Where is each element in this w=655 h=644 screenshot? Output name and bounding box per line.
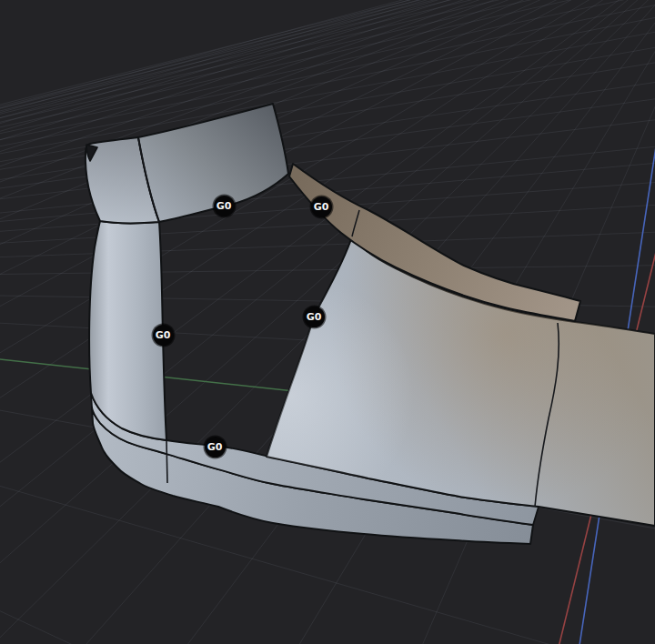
- continuity-badge[interactable]: G0: [205, 437, 226, 458]
- sole-band-seam-edge: [166, 440, 167, 483]
- continuity-badge[interactable]: G0: [153, 325, 174, 346]
- continuity-badge[interactable]: G0: [311, 196, 332, 217]
- continuity-badge[interactable]: G0: [304, 307, 325, 327]
- 3d-viewport[interactable]: G0G0G0G0G0: [0, 0, 655, 644]
- scene-canvas[interactable]: [0, 0, 655, 644]
- continuity-badge[interactable]: G0: [214, 196, 235, 216]
